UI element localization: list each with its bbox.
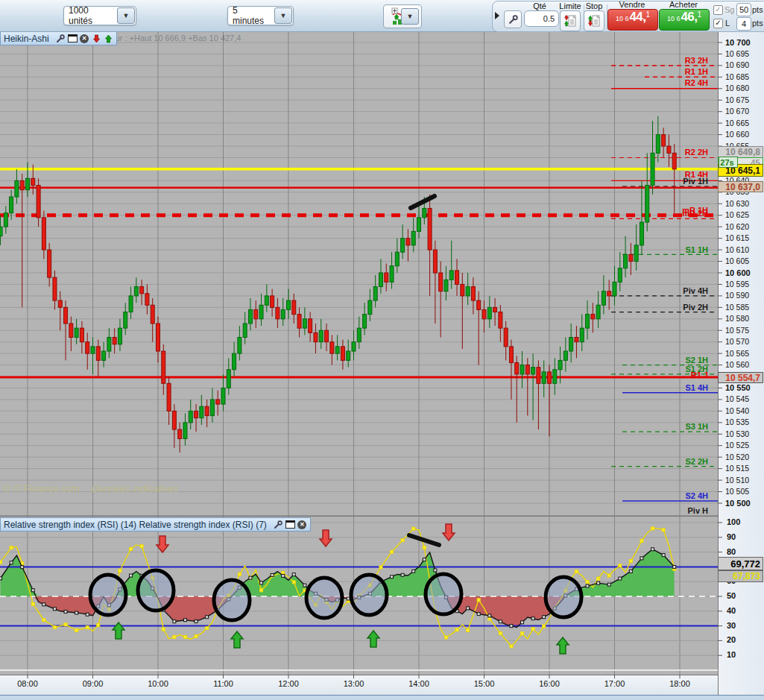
candle-body [265, 296, 268, 305]
candle-body [227, 370, 230, 388]
wrench-icon[interactable] [56, 34, 66, 43]
close-icon[interactable]: ✕ [80, 34, 89, 43]
buy-label: Acheter [659, 0, 708, 9]
price-axis-label: 10 610 [725, 245, 763, 254]
buy-button[interactable]: 10 646,1 [659, 9, 710, 31]
candle-body [80, 328, 83, 342]
rsi14-line-marker [130, 574, 133, 577]
sg-checkbox[interactable]: ✓ [713, 5, 723, 15]
level-label: R2 4H [635, 78, 708, 87]
price-axis-label: 10 665 [725, 119, 763, 127]
candle-body [428, 208, 432, 250]
candle-body [433, 250, 437, 273]
time-axis-label: 08:00 [11, 679, 44, 688]
limit-order-icon [563, 14, 577, 28]
candle-body [205, 406, 209, 415]
stop-order-button[interactable] [584, 10, 604, 31]
candle-body [124, 312, 127, 329]
rsi14-line-marker [195, 620, 198, 623]
rsi-divergence-trendline [409, 535, 439, 545]
candle-body [325, 330, 329, 341]
close-icon[interactable]: ✕ [297, 520, 307, 529]
candle-body [319, 330, 323, 341]
candle-body [423, 208, 426, 217]
rsi14-line-marker [662, 554, 665, 557]
units-select[interactable]: 1000 unités ▼ [63, 6, 136, 25]
candle-body [493, 307, 497, 312]
level-label: S2 4H [635, 491, 708, 500]
rsi14-line-marker [347, 597, 350, 600]
rsi7-line-marker [607, 574, 610, 577]
candle-body [575, 338, 578, 342]
rsi7-line-marker [619, 564, 622, 567]
rsi14-line-marker [467, 607, 470, 610]
price-axis-label: 10 625 [725, 210, 763, 219]
buy-signal-arrow [557, 637, 569, 654]
candle-body [189, 411, 192, 422]
buy-arrow-icon[interactable] [104, 34, 113, 43]
rsi-axis-label: 20 [727, 635, 757, 644]
candle-body [547, 372, 551, 383]
candle-body [504, 328, 508, 347]
annotation-circle [546, 577, 581, 617]
rsi14-line-marker [597, 581, 600, 584]
chevron-down-icon[interactable]: ▼ [401, 8, 419, 25]
price-axis-label: 10 630 [725, 199, 763, 208]
candle-body [167, 383, 171, 411]
price-axis-label: 10 565 [725, 349, 763, 358]
sell-arrow-icon[interactable] [92, 34, 101, 43]
rsi14-line-marker [10, 561, 13, 564]
rsi14-line-marker [64, 611, 67, 614]
l-points-input[interactable]: 4 [736, 17, 751, 31]
qty-input[interactable]: 0.5 [524, 10, 559, 27]
price-axis-label: 10 570 [725, 337, 763, 346]
charts-canvas[interactable] [0, 0, 764, 700]
annotation-circle [306, 578, 342, 618]
order-settings-button[interactable] [504, 10, 522, 28]
sell-label: Vendre [607, 0, 657, 9]
rsi14-line-marker [586, 584, 589, 587]
rsi-value-black: 69,772 [718, 557, 763, 570]
candle-body [586, 315, 590, 329]
price-axis-label: 10 580 [725, 314, 763, 323]
rsi7-line-marker [53, 625, 56, 628]
candle-body [134, 287, 138, 296]
level-label: S2 2H [635, 457, 708, 466]
axis-price-box: 10 554,7 [718, 372, 763, 383]
l-checkbox[interactable]: ✓ [713, 19, 723, 28]
rsi14-line-marker [206, 616, 209, 619]
time-axis-label: 18:00 [663, 679, 696, 688]
candle-body [10, 197, 13, 213]
candle-body [183, 423, 187, 439]
window-icon[interactable] [68, 34, 78, 43]
rsi14-line-marker [271, 573, 274, 576]
candle-body [15, 180, 19, 197]
collapse-arrow-icon[interactable] [494, 11, 500, 20]
rsi7-line-marker [292, 581, 295, 584]
rsi7-line-marker [575, 570, 578, 573]
price-axis-label: 10 605 [725, 256, 763, 265]
candle-body [58, 300, 62, 307]
rsi-axis-label: 100 [727, 517, 757, 526]
price-panel-header[interactable]: Heikin-Ashi ✕ [0, 31, 117, 45]
chevron-down-icon[interactable]: ▼ [274, 7, 292, 24]
rsi-panel-header[interactable]: Relative strength index (RSI) (14) Relat… [0, 517, 311, 532]
candle-body [471, 287, 475, 301]
candle-body [613, 282, 616, 296]
candle-body [596, 305, 600, 319]
window-icon[interactable] [285, 520, 295, 529]
sell-button[interactable]: 10 644,1 [607, 9, 658, 31]
chart-type-button[interactable]: ▼ [383, 4, 422, 28]
candle-body [156, 324, 160, 351]
chevron-down-icon[interactable]: ▼ [117, 7, 135, 24]
candle-body [352, 342, 356, 351]
candle-body [580, 328, 584, 342]
sg-points-input[interactable]: 50 [736, 3, 751, 16]
candle-body [537, 368, 540, 384]
wrench-icon[interactable] [274, 520, 283, 529]
rsi-axis-label: 10 [727, 650, 757, 659]
limit-order-button[interactable] [560, 10, 581, 31]
price-axis-label: 10 540 [725, 406, 763, 415]
timeframe-select[interactable]: 5 minutes ▼ [227, 6, 294, 25]
candle-body [309, 319, 312, 333]
